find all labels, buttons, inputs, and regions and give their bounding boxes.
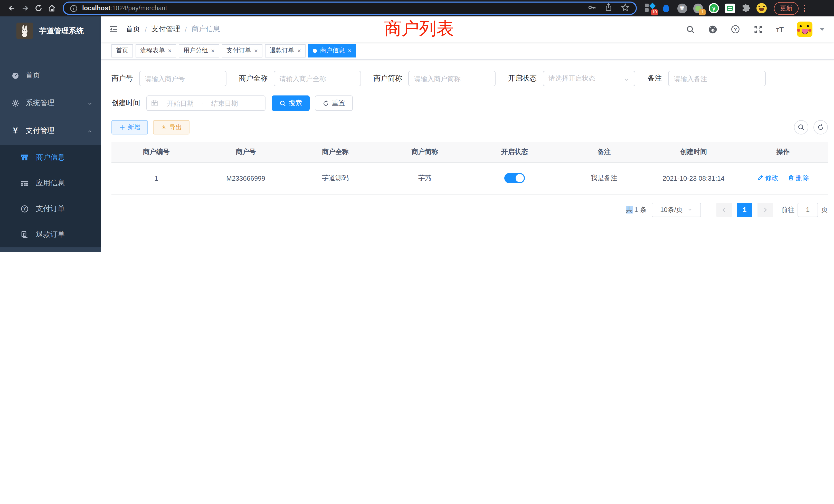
full-name-label: 商户全称 [239, 74, 267, 83]
export-button[interactable]: 导出 [153, 120, 190, 135]
toggle-search-icon[interactable] [794, 120, 808, 135]
tab-merchant-info[interactable]: 商户信息× [308, 44, 356, 57]
table-toolbar: 新增 导出 [111, 120, 828, 135]
short-name-label: 商户简称 [373, 74, 402, 83]
col-remark: 备注 [559, 142, 649, 162]
url-text[interactable]: localhost:1024/pay/merchant [82, 5, 588, 12]
breadcrumb-home[interactable]: 首页 [126, 25, 140, 34]
status-select[interactable]: 请选择开启状态 [543, 71, 635, 86]
avatar-caret-icon[interactable] [820, 28, 825, 31]
delete-link[interactable]: 删除 [788, 174, 809, 183]
merchant-no-input[interactable] [139, 71, 226, 86]
extension-command-icon[interactable]: ⌘ [677, 3, 687, 13]
tab-user-group[interactable]: 用户分组× [179, 44, 219, 57]
tab-process-form[interactable]: 流程表单× [136, 44, 176, 57]
col-actions: 操作 [738, 142, 828, 162]
filter-row-2: 创建时间 - 搜索 [111, 95, 828, 111]
chevron-up-icon [87, 128, 93, 134]
browser-forward-icon[interactable] [19, 2, 32, 15]
cell-full-name: 芋道源码 [291, 162, 380, 194]
sidebar-item-refund-order[interactable]: 退款订单 [0, 222, 101, 247]
breadcrumb-pay[interactable]: 支付管理 [152, 25, 180, 34]
prev-page-button[interactable] [717, 203, 732, 217]
browser-home-icon[interactable] [45, 2, 59, 15]
github-icon[interactable] [708, 25, 718, 34]
reset-button[interactable]: 重置 [315, 95, 353, 111]
cell-remark: 我是备注 [559, 162, 649, 194]
extension-chat-icon[interactable] [725, 3, 735, 13]
search-button[interactable]: 搜索 [272, 95, 310, 111]
tab-refund-order[interactable]: 退款订单× [265, 44, 306, 57]
svg-text:¥: ¥ [23, 207, 26, 211]
profile-avatar-icon[interactable] [756, 3, 767, 13]
address-bar[interactable]: localhost:1024/pay/merchant [63, 2, 637, 15]
sidebar-item-home[interactable]: 首页 [0, 62, 101, 89]
pagination-total: 共 1 条 [626, 205, 646, 214]
svg-text:?: ? [734, 27, 737, 32]
user-avatar[interactable] [797, 22, 812, 37]
sidebar-item-infra[interactable]: 基础设施 [0, 247, 101, 252]
sidebar-collapse-icon[interactable] [101, 24, 126, 35]
help-icon[interactable]: ? [731, 25, 740, 34]
yen-icon: ¥ [11, 127, 20, 135]
remark-label: 备注 [648, 74, 662, 83]
tab-home[interactable]: 首页 [111, 44, 133, 57]
extension-y-icon[interactable]: y [709, 3, 719, 13]
sidebar-item-system[interactable]: 系统管理 [0, 89, 101, 117]
close-icon[interactable]: × [297, 47, 301, 54]
breadcrumb-current: 商户信息 [192, 25, 220, 34]
close-icon[interactable]: × [168, 47, 172, 54]
grid-icon [21, 179, 29, 187]
merchant-table: 商户编号 商户号 商户全称 商户简称 开启状态 备注 创建时间 操作 1 [111, 142, 828, 194]
font-size-icon[interactable]: TT [776, 25, 784, 33]
app-title: 芋道管理系统 [39, 26, 84, 36]
cell-merchant-no: M233666999 [201, 162, 291, 194]
create-time-range-picker[interactable]: - [146, 95, 265, 111]
cell-create-time: 2021-10-23 08:31:14 [649, 162, 739, 194]
close-icon[interactable]: × [348, 47, 351, 54]
sidebar-item-app-info[interactable]: 应用信息 [0, 170, 101, 196]
sidebar-item-merchant-info[interactable]: 商户信息 [0, 145, 101, 170]
col-merchant-id: 商户编号 [111, 142, 201, 162]
close-icon[interactable]: × [211, 47, 215, 54]
bookmark-star-icon[interactable] [621, 3, 630, 14]
cell-merchant-id: 1 [111, 162, 201, 194]
password-key-icon[interactable] [588, 3, 596, 14]
fullscreen-icon[interactable] [754, 25, 763, 34]
sidebar-logo[interactable]: 芋道管理系统 [0, 17, 101, 45]
full-name-input[interactable] [274, 71, 361, 86]
extension-gem-icon[interactable] [661, 3, 671, 13]
screen: localhost:1024/pay/merchant 10 ⌘ [0, 0, 834, 252]
date-start-input[interactable] [160, 99, 200, 108]
edit-link[interactable]: 修改 [757, 174, 778, 183]
add-button[interactable]: 新增 [111, 120, 148, 135]
close-icon[interactable]: × [254, 47, 258, 54]
browser-back-icon[interactable] [5, 2, 19, 15]
browser-update-button[interactable]: 更新 [774, 2, 798, 15]
short-name-input[interactable] [408, 71, 496, 86]
sidebar-item-pay[interactable]: ¥ 支付管理 [0, 117, 101, 145]
browser-reload-icon[interactable] [32, 2, 45, 15]
header-search-icon[interactable] [686, 25, 695, 34]
tab-pay-order[interactable]: 支付订单× [222, 44, 262, 57]
goto-page-input[interactable] [797, 203, 818, 217]
extension-blocker-icon[interactable]: 10 [645, 3, 655, 13]
col-full-name: 商户全称 [291, 142, 380, 162]
url-path: :1024/pay/merchant [110, 5, 167, 12]
page-number-button[interactable]: 1 [737, 203, 752, 217]
remark-input[interactable] [668, 71, 766, 86]
next-page-button[interactable] [758, 203, 773, 217]
browser-menu-icon[interactable] [804, 5, 805, 12]
share-icon[interactable] [605, 3, 613, 13]
refresh-table-icon[interactable] [813, 120, 828, 135]
sidebar-item-label: 商户信息 [36, 153, 93, 162]
date-end-input[interactable] [205, 99, 245, 108]
status-toggle[interactable] [504, 173, 525, 183]
gear-icon [11, 99, 20, 107]
extensions-puzzle-icon[interactable] [741, 3, 751, 13]
page-size-select[interactable]: 10条/页 [652, 203, 701, 217]
extension-proxy-icon[interactable]: 1 [693, 3, 703, 13]
sidebar-item-pay-order[interactable]: ¥ 支付订单 [0, 196, 101, 222]
yen-circle-icon: ¥ [21, 205, 29, 213]
site-info-icon[interactable] [70, 4, 78, 12]
